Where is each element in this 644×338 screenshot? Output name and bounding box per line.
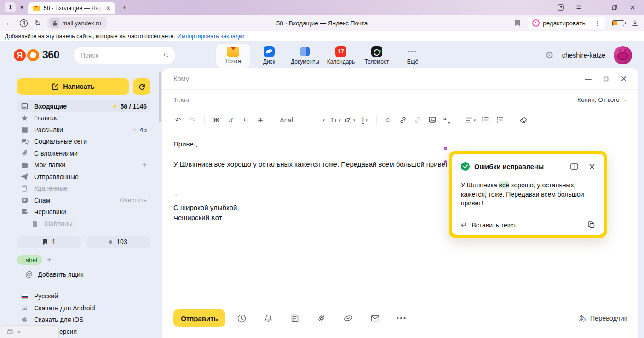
- attach-from-mail-button[interactable]: [364, 310, 385, 326]
- download-ios-link[interactable]: Скачать для iOS: [17, 314, 150, 326]
- downloads-icon[interactable]: [632, 19, 638, 27]
- attach-file-button[interactable]: [311, 310, 332, 326]
- app-documents[interactable]: Документы: [288, 44, 322, 68]
- window-close-icon[interactable]: ✕: [630, 3, 636, 12]
- add-label-icon[interactable]: +: [47, 255, 52, 264]
- text-color-button[interactable]: I▾: [358, 113, 372, 127]
- lock-icon[interactable]: [50, 18, 59, 28]
- refresh-mail-button[interactable]: [133, 78, 150, 95]
- label-pill[interactable]: Label: [17, 255, 42, 265]
- battery-icon[interactable]: [612, 20, 624, 26]
- browser-menu-icon[interactable]: ≡: [576, 3, 581, 12]
- compose-close-icon[interactable]: ✕: [621, 74, 627, 84]
- subject-row[interactable]: Тема Копии, От кого ⌄: [162, 90, 638, 110]
- active-tab[interactable]: 58 · Входящие — Яндек ✕: [28, 2, 115, 14]
- bookmarked-count: 1: [52, 238, 56, 245]
- folder-social[interactable]: Социальные сети: [17, 136, 150, 148]
- numbered-list-icon: [496, 117, 504, 123]
- insert-text-button[interactable]: Вставить текст: [472, 221, 516, 229]
- folder-deleted[interactable]: Удалённые: [17, 183, 150, 195]
- send-button[interactable]: Отправить: [173, 309, 225, 327]
- user-avatar[interactable]: [614, 46, 632, 64]
- insert-link-button[interactable]: [396, 113, 410, 127]
- italic-button[interactable]: К: [224, 113, 238, 127]
- download-android-link[interactable]: Скачать для Android: [17, 302, 150, 314]
- app-disk[interactable]: Диск: [252, 44, 286, 68]
- back-icon[interactable]: ←: [6, 19, 13, 27]
- copy-icon[interactable]: [588, 221, 595, 228]
- font-size-button[interactable]: Тт▾: [328, 113, 342, 127]
- quote-button[interactable]: “„: [440, 113, 454, 127]
- new-tab-button[interactable]: +: [119, 2, 130, 13]
- reminder-button[interactable]: [258, 310, 279, 326]
- popup-close-icon[interactable]: [589, 164, 595, 169]
- disk-app-icon: [264, 46, 275, 57]
- search-input[interactable]: [80, 52, 164, 59]
- redo-button[interactable]: ↷: [186, 113, 200, 127]
- folder-spam[interactable]: Спам Очистить: [17, 194, 150, 206]
- compose-minimize-icon[interactable]: —: [585, 75, 592, 82]
- window-restore-icon[interactable]: [611, 4, 618, 11]
- refresh-icon[interactable]: ↻: [34, 18, 41, 28]
- clear-formatting-button[interactable]: [517, 113, 530, 127]
- import-bookmarks-link[interactable]: Импортировать закладки: [178, 33, 245, 40]
- bookmarked-filter-pill[interactable]: 1: [17, 236, 81, 248]
- folder-sent[interactable]: Отправленные: [17, 171, 150, 183]
- window-minimize-icon[interactable]: —: [593, 4, 599, 11]
- insert-image-button[interactable]: [426, 113, 439, 127]
- add-mailbox-item[interactable]: @ Добавить ящик: [17, 270, 150, 279]
- edit-extension-more-icon[interactable]: ⋮: [594, 19, 601, 27]
- unread-filter-pill[interactable]: 103: [86, 236, 150, 248]
- font-family-select[interactable]: Arial ▾: [277, 117, 328, 124]
- highlight-color-button[interactable]: ▾: [343, 113, 357, 127]
- folder-drafts[interactable]: Черновики: [17, 206, 150, 218]
- tab-count-button[interactable]: 1: [5, 2, 16, 12]
- edit-extension-button[interactable]: редактировать ⋮: [528, 17, 605, 29]
- bullet-list-button[interactable]: [478, 113, 492, 127]
- add-folder-icon[interactable]: +: [142, 160, 147, 169]
- remove-link-button[interactable]: [411, 113, 425, 127]
- app-mail[interactable]: Почта: [216, 44, 250, 68]
- folder-main[interactable]: Главное: [17, 112, 150, 124]
- sidebar-panel-icon[interactable]: [557, 4, 564, 11]
- tab-list-chevron-icon[interactable]: ▼: [19, 5, 24, 10]
- language-link[interactable]: Русский: [17, 291, 150, 303]
- folder-inbox[interactable]: Входящие 58 / 1146: [17, 100, 150, 112]
- compose-expand-icon[interactable]: [604, 76, 609, 82]
- translator-toggle[interactable]: あ Переводчик: [579, 314, 627, 323]
- recipient-row[interactable]: Кому — ✕: [162, 68, 638, 90]
- folder-attachments[interactable]: С вложениями: [17, 147, 150, 159]
- corner-widget[interactable]: »: [0, 325, 59, 338]
- underline-button[interactable]: Ч: [239, 113, 253, 127]
- clear-spam-link[interactable]: Очистить: [120, 197, 147, 204]
- attach-from-disk-button[interactable]: [338, 310, 359, 326]
- schedule-send-button[interactable]: [231, 310, 252, 326]
- numbered-list-button[interactable]: [493, 113, 507, 127]
- strikethrough-button[interactable]: Т: [253, 113, 267, 127]
- envelope-icon: [371, 315, 380, 322]
- more-options-button[interactable]: •••: [391, 310, 412, 326]
- bookmark-flag-icon[interactable]: [514, 19, 520, 27]
- folder-templates[interactable]: Шаблоны: [17, 218, 150, 230]
- app-telemost[interactable]: Телемост: [360, 44, 394, 68]
- app-calendar[interactable]: 17 Календарь: [324, 44, 358, 68]
- yandex-profile-icon[interactable]: Я: [19, 19, 28, 28]
- settings-gear-icon[interactable]: ⚙: [545, 50, 554, 61]
- folder-newsletters[interactable]: Рассылки 45: [17, 124, 150, 136]
- url-field[interactable]: mail.yandex.ru: [47, 17, 107, 29]
- search-icon[interactable]: [164, 51, 169, 59]
- undo-button[interactable]: ↶: [171, 113, 185, 127]
- tab-close-icon[interactable]: ✕: [106, 5, 111, 12]
- sidebar-scrollbar[interactable]: [159, 72, 161, 122]
- yandex-360-logo[interactable]: Я 360: [14, 49, 59, 61]
- app-more[interactable]: ••• Ещё: [396, 44, 430, 68]
- template-button[interactable]: [284, 310, 305, 326]
- header-search[interactable]: [74, 47, 175, 64]
- bold-button[interactable]: Ж: [209, 113, 223, 127]
- open-side-panel-icon[interactable]: [570, 163, 578, 170]
- align-button[interactable]: ▾: [464, 113, 477, 127]
- emoji-button[interactable]: ☺: [381, 113, 395, 127]
- compose-button[interactable]: Написать: [17, 78, 129, 95]
- copies-from-toggle[interactable]: Копии, От кого ⌄: [577, 96, 627, 103]
- folder-my-folders[interactable]: Мои папки +: [17, 159, 150, 171]
